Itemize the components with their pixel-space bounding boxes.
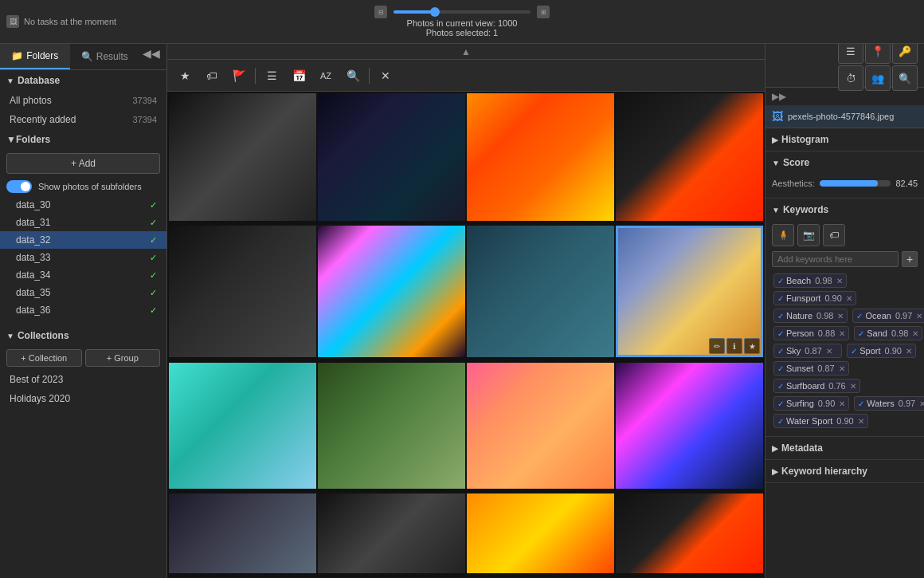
photo-cell-16[interactable] xyxy=(616,493,763,573)
flag-button[interactable]: 🚩 xyxy=(228,65,250,87)
zoom-slider-container[interactable]: ⊟ ⊞ xyxy=(374,6,550,18)
histogram-section: ▶ Histogram xyxy=(765,128,924,151)
kw-sky-remove[interactable]: ✕ xyxy=(826,347,832,356)
photo-cell-13[interactable] xyxy=(169,493,316,573)
kw-funsport: ✓ Funsport 0.90 ✕ xyxy=(773,291,856,305)
tab-results[interactable]: 🔍 Results xyxy=(70,44,140,69)
photo-cell-11[interactable] xyxy=(467,363,614,489)
search-button[interactable]: 🔍 xyxy=(342,65,364,87)
sidebar-tabs: 📁 Folders 🔍 Results ◀◀ xyxy=(0,44,166,70)
zoom-slider-thumb[interactable] xyxy=(430,7,440,17)
star-button[interactable]: ★ xyxy=(174,65,196,87)
folders-label: Folders xyxy=(16,134,50,145)
kw-sport-remove[interactable]: ✕ xyxy=(906,347,912,356)
zoom-slider-fill xyxy=(393,10,435,14)
folder-item-data32[interactable]: data_32 ✓ xyxy=(0,231,166,249)
photo-cell-8[interactable]: ✏ ℹ ★ xyxy=(616,226,763,357)
kw-person: ✓ Person 0.88 ✕ xyxy=(773,326,849,340)
photo-cell-6[interactable] xyxy=(318,226,465,357)
histogram-header[interactable]: ▶ Histogram xyxy=(765,128,924,151)
photo-cell-2[interactable] xyxy=(318,93,465,221)
sidebar-collapse-btn[interactable]: ◀◀ xyxy=(139,44,166,69)
expand-btn[interactable]: ▶▶ xyxy=(772,91,786,102)
recently-added-row[interactable]: Recently added 37394 xyxy=(0,110,166,129)
kw-surfing-remove[interactable]: ✕ xyxy=(839,399,845,408)
photo-cell-3[interactable] xyxy=(467,93,614,221)
tag-button[interactable]: 🏷 xyxy=(201,65,223,87)
all-photos-row[interactable]: All photos 37394 xyxy=(0,91,166,110)
kw-surfboard-remove[interactable]: ✕ xyxy=(850,382,856,391)
photo-cell-7[interactable] xyxy=(467,226,614,357)
toolbar-collapse-row[interactable]: ▲ xyxy=(167,44,765,60)
kw-funsport-remove[interactable]: ✕ xyxy=(846,294,852,303)
zoom-slider-track[interactable] xyxy=(393,10,531,14)
folder-item-data31[interactable]: data_31 ✓ xyxy=(0,214,166,231)
collections-header[interactable]: ▼ Collections xyxy=(0,325,166,346)
calendar-button[interactable]: 📅 xyxy=(288,65,310,87)
list-button[interactable]: ☰ xyxy=(260,65,283,87)
folder-item-data36[interactable]: data_36 ✓ xyxy=(0,301,166,319)
kw-tag-icon-btn[interactable]: 🏷 xyxy=(823,224,845,246)
star-overlay-icon[interactable]: ★ xyxy=(744,338,760,354)
kw-add-row: + xyxy=(772,251,918,267)
keywords-arrow-icon: ▼ xyxy=(772,206,780,214)
tab-folders[interactable]: 📁 Folders xyxy=(0,44,70,69)
keyword-hierarchy-header[interactable]: ▶ Keyword hierarchy xyxy=(765,460,924,482)
photo-cell-10[interactable] xyxy=(318,363,465,489)
location-icon-btn[interactable]: 📍 xyxy=(865,44,891,64)
right-panel: ☰ 📍 🔑 ⏱ 👥 🔍 ▶▶ 🖼 pexels-photo-4577846.jp… xyxy=(765,44,924,578)
toolbar: ★ 🏷 🚩 ☰ 📅 AZ 🔍 ✕ xyxy=(167,60,765,92)
photo-cell-9[interactable] xyxy=(169,363,316,489)
kw-surfboard: ✓ Surfboard 0.76 ✕ xyxy=(773,379,860,393)
collection-item-best2023[interactable]: Best of 2023 xyxy=(0,370,166,389)
kw-photo-icon-btn[interactable]: 📷 xyxy=(797,224,820,246)
kw-sand-remove[interactable]: ✕ xyxy=(912,329,918,338)
key-icon-btn[interactable]: 🔑 xyxy=(892,44,918,64)
edit-overlay-icon[interactable]: ✏ xyxy=(709,338,725,354)
kw-beach-remove[interactable]: ✕ xyxy=(836,277,843,285)
folder-item-data35[interactable]: data_35 ✓ xyxy=(0,284,166,301)
add-folder-button[interactable]: + Add xyxy=(6,153,160,174)
score-content: Aesthetics: 82.45 xyxy=(765,174,924,198)
kw-person-icon-btn[interactable]: 🧍 xyxy=(772,224,794,246)
close-button[interactable]: ✕ xyxy=(374,65,397,87)
photo-cell-15[interactable] xyxy=(467,493,614,573)
photo-cell-1[interactable] xyxy=(169,93,316,221)
file-name-label: pexels-photo-4577846.jpeg xyxy=(788,112,894,121)
database-label: Database xyxy=(18,75,60,86)
database-section-header[interactable]: ▼ Database xyxy=(0,70,166,91)
photo-cell-14[interactable] xyxy=(318,493,465,573)
photo-cell-5[interactable] xyxy=(169,226,316,357)
photo-cell-4[interactable] xyxy=(616,93,763,221)
photo-info: Photos in current view: 1000 Photos sele… xyxy=(407,18,518,37)
folder-item-data33[interactable]: data_33 ✓ xyxy=(0,249,166,266)
zoom-in-icon: ⊞ xyxy=(537,6,550,18)
photo-cell-12[interactable] xyxy=(616,363,763,489)
collection-item-holidays2020[interactable]: Holidays 2020 xyxy=(0,389,166,408)
kw-person-remove[interactable]: ✕ xyxy=(839,329,845,338)
show-subfolders-toggle[interactable] xyxy=(6,180,32,193)
folder-item-data30[interactable]: data_30 ✓ xyxy=(0,196,166,214)
photos-selected: Photos selected: 1 xyxy=(407,28,518,37)
keywords-header[interactable]: ▼ Keywords xyxy=(765,199,924,221)
kw-nature-remove[interactable]: ✕ xyxy=(837,312,844,320)
add-group-button[interactable]: + Group xyxy=(85,349,161,367)
sort-button[interactable]: AZ xyxy=(315,65,337,87)
folder-item-data34[interactable]: data_34 ✓ xyxy=(0,266,166,284)
kw-waters-remove[interactable]: ✕ xyxy=(919,399,924,408)
info-overlay-icon[interactable]: ℹ xyxy=(726,338,742,354)
kw-add-btn[interactable]: + xyxy=(902,251,918,267)
kw-ocean-remove[interactable]: ✕ xyxy=(916,312,922,320)
kw-watersport-remove[interactable]: ✕ xyxy=(858,417,864,426)
score-header[interactable]: ▼ Score xyxy=(765,151,924,174)
metadata-header[interactable]: ▶ Metadata xyxy=(765,437,924,459)
list-add-icon-btn[interactable]: ☰ xyxy=(838,44,863,64)
kw-sunset-remove[interactable]: ✕ xyxy=(839,364,845,373)
add-collection-button[interactable]: + Collection xyxy=(6,349,82,367)
kw-sunset: ✓ Sunset 0.87 ✕ xyxy=(773,361,849,376)
kw-ocean: ✓ Ocean 0.97 ✕ xyxy=(852,309,924,323)
metadata-arrow-icon: ▶ xyxy=(772,444,778,453)
folders-section-header[interactable]: ▼ Folders xyxy=(0,129,166,150)
kw-input-field[interactable] xyxy=(772,251,899,267)
kw-surfing: ✓ Surfing 0.90 ✕ xyxy=(773,396,849,411)
